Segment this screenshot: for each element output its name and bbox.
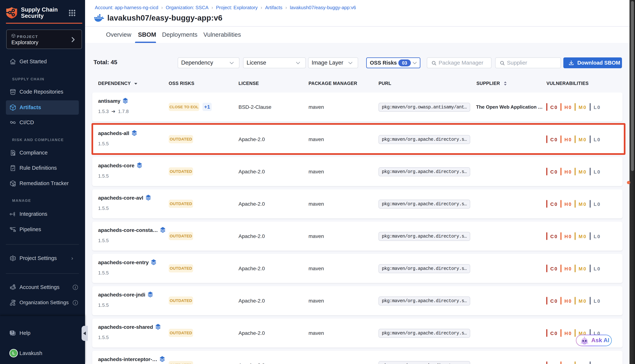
svg-text:?: ? xyxy=(11,330,13,334)
